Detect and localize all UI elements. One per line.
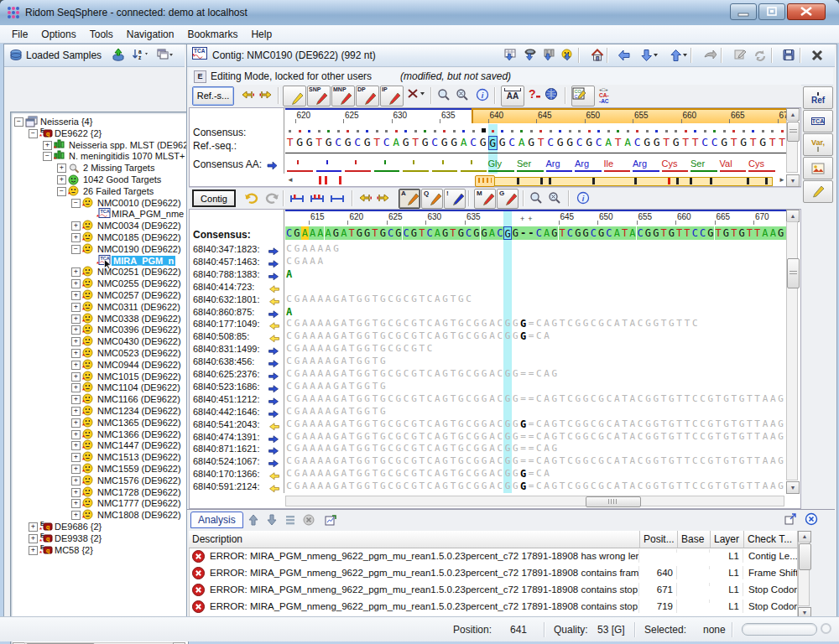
info-icon[interactable]: i (576, 191, 590, 208)
refseq-scheme-button[interactable]: Ref.-s... (192, 86, 234, 106)
scroll-right-arrow[interactable]: ► (779, 176, 785, 184)
menu-item-help[interactable]: Help (244, 27, 279, 42)
scroll-up-arrow[interactable]: ▲ (786, 210, 800, 222)
tree-expander-icon[interactable]: + (71, 476, 81, 486)
tree-expander-icon[interactable]: + (71, 488, 81, 497)
tree-row[interactable]: +*NMC0255 (DE9622) (11, 278, 186, 289)
read-id-label[interactable]: 68I40:474:1391: (193, 432, 260, 442)
tree-item-label[interactable]: NMC1808 (DE9622) (97, 510, 181, 520)
tag-pen-IP-button[interactable]: IP (380, 86, 404, 106)
tree-expander-icon[interactable]: + (71, 349, 81, 358)
contig-h-scrollbar[interactable] (285, 495, 786, 507)
tree-row[interactable]: +*Neisseria spp. MLST (DE962 (11, 139, 186, 151)
popout-icon[interactable] (784, 513, 797, 528)
export-chart-icon[interactable] (323, 513, 338, 527)
tree-item-label[interactable]: NMC0257 (DE9622) (97, 290, 181, 300)
tree-item-label[interactable]: NMC1234 (DE9622) (97, 406, 181, 416)
title-bar[interactable]: Ridom SeqSphere - connected: demo at loc… (0, 0, 839, 26)
tree-row[interactable]: +*NMC0430 (DE9622) (11, 335, 186, 347)
details-icon[interactable] (283, 513, 298, 527)
tree-row[interactable]: +*NMC0944 (DE9622) (11, 359, 186, 371)
tree-item-label[interactable]: DE9622 {2} (55, 128, 102, 138)
export-reads-icon[interactable] (539, 47, 558, 64)
read-id-label[interactable]: 68I40:414:723: (193, 282, 254, 292)
tag-pen-plain-button[interactable] (283, 86, 306, 106)
tree-row[interactable]: +*NMC0185 (DE9622) (11, 231, 186, 243)
prev-difference-icon[interactable] (358, 191, 373, 208)
tree-expander-icon[interactable]: + (57, 175, 66, 184)
tree-row[interactable]: +*NMC0257 (DE9622) (11, 289, 186, 301)
nav-down-icon[interactable] (640, 47, 659, 64)
tree-expander-icon[interactable]: + (71, 314, 81, 324)
read-id-label[interactable]: 68I40:632:1801: (193, 294, 260, 304)
tree-row[interactable]: TCA*MIRA_PGM_nme (11, 208, 186, 220)
tag-pen-SNP-button[interactable]: SNP (307, 86, 331, 106)
tree-expander-icon[interactable]: + (29, 546, 38, 555)
maximize-button[interactable] (758, 3, 785, 20)
tree-item-label[interactable]: MIRA_PGM_nme (112, 209, 184, 219)
zoom-out-icon[interactable] (456, 88, 469, 105)
scroll-up-arrow[interactable]: ▲ (786, 108, 800, 121)
unknown-base-icon[interactable]: ? (528, 87, 541, 104)
read-id-label[interactable]: 68I40:871:1621: (193, 444, 260, 454)
analysis-v-scrollbar[interactable]: ▲▼ (798, 531, 810, 617)
nav-forward-icon[interactable] (701, 47, 719, 64)
read-id-label[interactable]: 68I40:638:456: (193, 356, 254, 366)
trim-left-icon[interactable] (289, 192, 305, 207)
check-settings-button[interactable]: COC-A (571, 86, 595, 106)
tree-expander-icon[interactable]: + (71, 303, 81, 312)
window-layout-icon[interactable] (157, 49, 174, 64)
tree-expander-icon[interactable]: + (71, 453, 81, 462)
tree-expander-icon[interactable]: + (71, 383, 81, 392)
next-difference-icon[interactable] (259, 88, 274, 105)
tree-item-label[interactable]: NMC0944 (DE9622) (97, 360, 181, 370)
column-header[interactable]: Description (189, 531, 640, 548)
zoom-out-icon[interactable] (548, 191, 561, 208)
codon-table-icon[interactable] (545, 87, 558, 104)
tree-item-label[interactable]: MC58 {2} (55, 545, 93, 555)
tag-pen-MNP-button[interactable]: MNP (331, 86, 355, 106)
analysis-row[interactable]: ERROR: MIRA_PGM_nmeng_9622_pgm_mu_rean1.… (190, 582, 797, 600)
tree-expander-icon[interactable]: + (71, 372, 81, 382)
import-samples-icon[interactable] (112, 48, 125, 65)
tree-row[interactable]: +*NMC1166 (DE9622) (11, 393, 186, 405)
tree-row[interactable]: −*26 Failed Targets (11, 185, 186, 197)
read-id-label[interactable]: 68I40:788:1383: (193, 269, 260, 279)
remove-tag-icon[interactable] (407, 87, 425, 104)
tree-expander-icon[interactable]: + (71, 418, 81, 428)
tree-item-label[interactable]: NMC0190 (DE9622) (97, 244, 181, 254)
read-id-label[interactable]: 68I40:442:1646: (193, 407, 260, 417)
undo-icon[interactable] (244, 190, 259, 208)
tree-item-label[interactable]: NMC0430 (DE9622) (97, 336, 181, 346)
tree-row[interactable]: +Eq*DE9938 {2} (11, 532, 186, 544)
edit-entry-icon[interactable] (731, 47, 749, 64)
tree-expander-icon[interactable]: − (71, 245, 81, 254)
export-trace-icon[interactable] (521, 47, 539, 64)
tree-expander-icon[interactable]: − (57, 187, 66, 196)
tree-expander-icon[interactable]: − (29, 129, 38, 138)
contig-window-header[interactable]: TCA*Contig: NMC0190 (DE9622) (992 nt) (187, 44, 835, 67)
next-difference-icon[interactable] (377, 191, 391, 208)
variant-view-button[interactable]: Var, (803, 133, 833, 156)
tree-expander-icon[interactable]: − (43, 152, 52, 161)
tree-row[interactable]: +*NMC1234 (DE9622) (11, 405, 186, 417)
tree-expander-icon[interactable]: + (71, 291, 81, 300)
read-id-label[interactable]: 68I40:860:875: (193, 307, 254, 317)
tree-item-label[interactable]: NMC0396 (DE9622) (97, 325, 181, 335)
read-id-label[interactable]: 68I40:591:2124: (193, 481, 260, 491)
tree-row[interactable]: +*NMC1447 (DE9622) (11, 439, 186, 451)
tree-row[interactable]: −Neisseria {4} (11, 116, 186, 127)
scroll-thumb[interactable] (586, 496, 641, 507)
read-id-label[interactable]: 68I40:451:1212: (193, 394, 260, 404)
tree-row[interactable]: −*NMC0190 (DE9622) (11, 243, 186, 255)
tree-row[interactable]: +*NMC1104 (DE9622) (11, 382, 186, 393)
read-id-label[interactable]: 68I40:508:85: (193, 331, 249, 341)
tree-row[interactable]: +*NMC0338 (DE9622) (11, 313, 186, 325)
tree-row[interactable]: +*NMC1777 (DE9622) (11, 497, 186, 509)
minimize-button[interactable] (730, 3, 757, 20)
contig-v-scrollbar[interactable]: ▲▼ (786, 210, 799, 493)
menu-item-tools[interactable]: Tools (83, 27, 120, 42)
tree-row[interactable]: +Eq*MC58 {2} (11, 544, 186, 556)
tree-expander-icon[interactable]: − (14, 117, 23, 127)
read-id-label[interactable]: 68I40:177:1049: (193, 319, 260, 329)
